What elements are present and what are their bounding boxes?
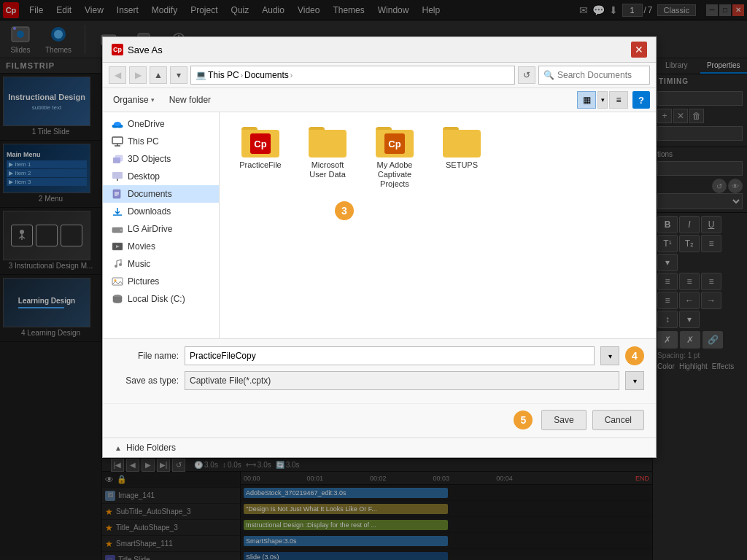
folder-body-mycaptivate: Cp [376,130,414,158]
folder-body-practicefile: Cp [241,130,279,158]
nav-back-btn[interactable]: ◀ [109,66,126,84]
sidebar-item-movies[interactable]: Movies [103,238,219,255]
organise-btn[interactable]: Organise ▾ [109,93,159,107]
folder-mycaptivate: Cp [376,127,414,158]
filename-input[interactable] [185,346,595,365]
3dobjects-label: 3D Objects [128,154,171,164]
sidebar-item-localdisk[interactable]: Local Disk (C:) [103,290,219,308]
cancel-button[interactable]: Cancel [592,410,644,430]
breadcrumb-sep-2: › [290,71,293,79]
folder-body-microsoft [309,130,347,158]
documents-icon [112,188,123,200]
step3-badge: 3 [335,201,354,220]
thispc-icon [112,136,123,147]
svg-rect-26 [112,172,123,179]
dialog-sidebar: OneDrive This PC 3D Objects [103,112,220,338]
sidebar-item-downloads[interactable]: Downloads [103,203,219,220]
music-icon [112,258,123,270]
documents-label: Documents [128,189,172,199]
file-label-mycaptivate: My Adobe Captivate Projects [377,160,413,190]
filename-row: File name: ▾ 4 [115,346,644,365]
breadcrumb-thispc-label: This PC [208,70,239,80]
dialog-actions: 5 Save Cancel [103,403,656,438]
onedrive-label: OneDrive [128,119,165,129]
organise-arrow: ▾ [151,96,155,104]
folder-body-setups [443,130,481,158]
new-folder-btn[interactable]: New folder [165,93,215,107]
view-grid-btn[interactable]: ▦ [577,91,596,109]
lgairdrive-icon [112,223,123,235]
file-label-microsoft: Microsoft User Data [309,160,346,179]
hide-folders-bar[interactable]: ▲ Hide Folders [103,438,656,457]
movies-icon [112,241,123,252]
svg-point-20 [114,122,121,126]
file-label-setups: SETUPS [446,160,478,170]
thispc-label: This PC [128,136,159,147]
breadcrumb-sep-1: › [241,71,243,79]
breadcrumb-thispc[interactable]: 💻 This PC › [196,70,243,80]
nav-forward-btn[interactable]: ▶ [129,66,147,84]
save-button[interactable]: Save [541,410,586,430]
dialog-toolbar: Organise ▾ New folder ▦ ▾ ≡ ? [103,88,656,112]
downloads-icon [112,206,123,217]
folder-setups [443,127,481,158]
pictures-icon [112,276,123,287]
search-input[interactable] [557,70,645,80]
sidebar-item-onedrive[interactable]: OneDrive [103,115,219,133]
dialog-content: Cp PracticeFile Microsoft User Data [220,112,656,338]
pictures-label: Pictures [128,276,159,287]
svg-rect-25 [115,155,123,161]
nav-refresh-btn[interactable]: ↺ [518,66,535,84]
downloads-label: Downloads [128,206,171,217]
file-item-mycaptivate[interactable]: Cp My Adobe Captivate Projects [365,124,424,192]
search-icon: 🔍 [543,70,554,80]
file-item-setups[interactable]: SETUPS [433,124,491,192]
localdisk-label: Local Disk (C:) [128,294,185,304]
dialog-app-icon: Cp [112,44,123,55]
filename-dropdown-btn[interactable]: ▾ [600,346,619,365]
file-label-practicefile: PracticeFile [239,160,281,170]
nav-recent-btn[interactable]: ▾ [170,66,187,84]
cp-icon-practicefile: Cp [250,133,271,154]
sidebar-item-pictures[interactable]: Pictures [103,273,219,290]
desktop-label: Desktop [128,171,160,182]
sidebar-item-3dobjects[interactable]: 3D Objects [103,150,219,168]
desktop-icon [112,171,123,182]
svg-rect-21 [112,137,123,144]
file-item-practicefile[interactable]: Cp PracticeFile [231,124,290,192]
savetype-row: Save as type: ▾ [115,371,644,390]
savetype-input [185,371,619,390]
sidebar-item-documents[interactable]: Documents [103,185,219,203]
nav-up-btn[interactable]: ▲ [150,66,167,84]
file-item-microsoftuserdata[interactable]: Microsoft User Data [298,124,357,192]
savetype-dropdown-btn[interactable]: ▾ [625,371,644,390]
savetype-label: Save as type: [115,376,179,386]
sidebar-item-lgairdrive[interactable]: LG AirDrive [103,220,219,238]
filename-label: File name: [115,351,179,361]
svg-rect-39 [112,278,123,285]
dialog-title-text: Save As [128,44,163,55]
sidebar-item-thispc[interactable]: This PC [103,133,219,150]
dialog-nav: ◀ ▶ ▲ ▾ 💻 This PC › Documents › ↺ 🔍 [103,63,656,88]
lgairdrive-label: LG AirDrive [128,224,172,234]
step5-badge: 5 [514,411,533,429]
sidebar-item-music[interactable]: Music [103,255,219,273]
step4-container: 4 [625,346,644,365]
hide-folders-triangle: ▲ [115,444,122,452]
new-folder-label: New folder [169,95,211,105]
svg-point-34 [120,229,123,231]
view-dropdown-btn[interactable]: ▾ [597,91,608,109]
view-detail-btn[interactable]: ≡ [609,91,628,109]
breadcrumb-bar: 💻 This PC › Documents › [190,66,515,85]
movies-label: Movies [128,241,155,252]
svg-point-37 [115,265,117,268]
help-btn[interactable]: ? [632,91,650,109]
save-as-dialog: Cp Save As ✕ ◀ ▶ ▲ ▾ 💻 This PC › Documen… [102,36,657,458]
dialog-footer: File name: ▾ 4 Save as type: ▾ [103,338,656,403]
music-label: Music [128,259,150,269]
cp-icon-mycaptivate: Cp [384,133,405,154]
dialog-close-btn[interactable]: ✕ [631,42,647,58]
breadcrumb-documents[interactable]: Documents › [244,70,293,80]
sidebar-item-desktop[interactable]: Desktop [103,168,219,185]
localdisk-icon [112,293,123,305]
